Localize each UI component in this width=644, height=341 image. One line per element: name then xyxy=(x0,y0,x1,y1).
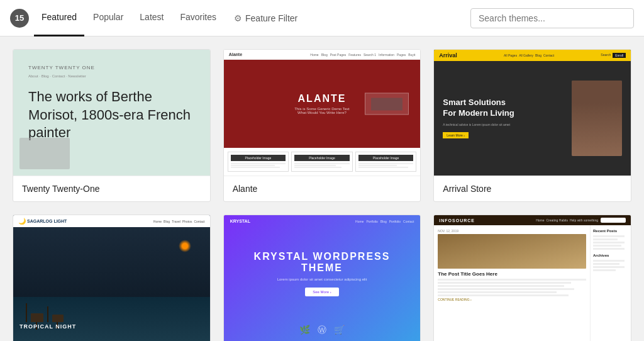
gear-icon: ⚙ xyxy=(234,13,242,23)
theme-preview-sagarlog: 🌙 SAGARLOG LIGHT HomeBlogTravelPhotosCon… xyxy=(13,215,210,341)
krystal-icons: 🌿 Ⓦ 🛒 xyxy=(224,320,421,341)
sagarlog-header: 🌙 SAGARLOG LIGHT HomeBlogTravelPhotosCon… xyxy=(13,215,210,227)
tab-featured[interactable]: Featured xyxy=(34,0,84,36)
preview-image xyxy=(19,138,70,169)
theme-name-arrival: Arrival Store xyxy=(434,176,631,201)
theme-card-arrival-store[interactable]: Arrival All PagesAll GalleryBlogContact … xyxy=(433,49,631,202)
theme-preview-alante: Alante HomeBlogPost PagesFeaturesSearch … xyxy=(224,50,421,176)
tab-popular[interactable]: Popular xyxy=(86,0,131,36)
krystal-nav: KRYSTAL HomePortfolioBlogPortfolioContac… xyxy=(224,215,421,227)
tab-latest[interactable]: Latest xyxy=(132,0,171,36)
nav-tabs: Featured Popular Latest Favorites ⚙ Feat… xyxy=(34,0,465,36)
wordpress-icon: Ⓦ xyxy=(318,325,326,336)
preview-headline: The works of Berthe Morisot, 1800s-era F… xyxy=(28,88,195,142)
theme-grid: TWENTY TWENTY ONE About · Blog · Contact… xyxy=(0,36,644,341)
theme-name-twentyone: Twenty Twenty-One xyxy=(13,176,210,201)
theme-card-twenty-twenty-one[interactable]: TWENTY TWENTY ONE About · Blog · Contact… xyxy=(13,49,211,202)
theme-card-sagarlog[interactable]: 🌙 SAGARLOG LIGHT HomeBlogTravelPhotosCon… xyxy=(13,215,211,341)
tab-favorites[interactable]: Favorites xyxy=(172,0,224,36)
theme-card-infosource[interactable]: INFOSOURCE HomeCreating HabitsHelp with … xyxy=(433,215,631,341)
arrival-hero: Smart SolutionsFor Modern Living A techn… xyxy=(434,61,631,176)
site-nav: About · Blog · Contact · Newsletter xyxy=(28,74,86,78)
nav-bar: 15 Featured Popular Latest Favorites ⚙ F… xyxy=(0,0,644,36)
theme-name-alante: Alante xyxy=(224,176,421,201)
feature-filter-button[interactable]: ⚙ Feature Filter xyxy=(228,9,304,27)
sagarlog-title: TROPICAL NIGHT xyxy=(19,323,76,330)
theme-preview-twentyone: TWENTY TWENTY ONE About · Blog · Contact… xyxy=(13,50,210,176)
cart-icon: 🛒 xyxy=(334,325,345,336)
alante-bottom: Placeholder Image Placeholder Image xyxy=(224,148,421,176)
arrival-header: Arrival All PagesAll GalleryBlogContact … xyxy=(434,50,631,61)
sagarlog-hero: TROPICAL NIGHT xyxy=(13,227,210,341)
alante-hero: ALANTE This is Some Generic Demo TextWha… xyxy=(224,60,421,148)
alante-nav: Alante HomeBlogPost PagesFeaturesSearch … xyxy=(224,50,421,60)
theme-preview-krystal: KRYSTAL HomePortfolioBlogPortfolioContac… xyxy=(224,215,421,341)
theme-card-krystal[interactable]: KRYSTAL HomePortfolioBlogPortfolioContac… xyxy=(223,215,421,341)
krystal-hero: KRYSTAL WORDPRESS THEME Lorem ipsum dolo… xyxy=(224,227,421,320)
feature-filter-label: Feature Filter xyxy=(245,13,297,23)
site-label: TWENTY TWENTY ONE xyxy=(28,65,95,70)
theme-card-alante[interactable]: Alante HomeBlogPost PagesFeaturesSearch … xyxy=(223,49,421,202)
search-input[interactable] xyxy=(470,8,634,28)
infosource-body: NOV. 12, 2019 The Post Title Goes Here C… xyxy=(434,225,631,341)
infosource-header: INFOSOURCE HomeCreating HabitsHelp with … xyxy=(434,215,631,225)
leaf-icon: 🌿 xyxy=(299,325,310,336)
theme-preview-arrival: Arrival All PagesAll GalleryBlogContact … xyxy=(434,50,631,176)
theme-preview-infosource: INFOSOURCE HomeCreating HabitsHelp with … xyxy=(434,215,631,341)
theme-count-badge: 15 xyxy=(10,9,29,28)
